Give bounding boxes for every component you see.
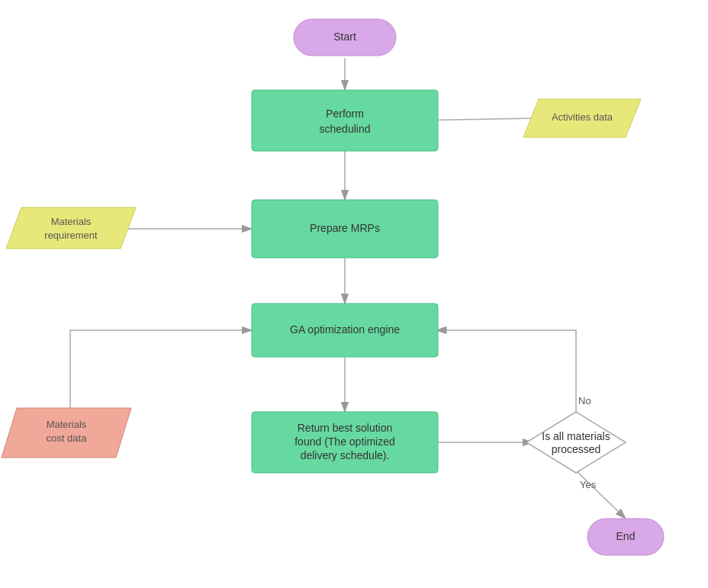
materials-cost-label-line1: Materials — [47, 419, 87, 430]
arrow-no-to-ga — [436, 330, 576, 421]
scheduling-label-line2: schedulind — [320, 123, 371, 135]
return-label-line2: found (The optimized — [294, 435, 395, 448]
arrow-yes-to-end — [576, 471, 626, 519]
diamond-label-line2: processed — [552, 443, 601, 455]
scheduling-node — [252, 90, 438, 151]
yes-label: Yes — [580, 479, 597, 490]
end-label: End — [616, 530, 636, 542]
flowchart-container: Start Perform schedulind Prepare MRPs GA… — [0, 0, 708, 588]
return-label-line1: Return best solution — [298, 422, 393, 434]
arrow-cost-to-ga — [70, 330, 252, 416]
scheduling-label-line1: Perform — [326, 108, 364, 120]
materials-req-node — [6, 207, 136, 249]
materials-req-label-line1: Materials — [51, 216, 92, 227]
materials-req-label-line2: requirement — [44, 230, 98, 241]
return-label-line3: delivery schedule). — [301, 449, 390, 461]
no-label: No — [578, 395, 591, 406]
mrps-label: Prepare MRPs — [310, 222, 380, 234]
diamond-label-line1: Is all materials — [542, 430, 610, 442]
materials-cost-label-line2: cost data — [47, 432, 88, 444]
ga-engine-label: GA optimization engine — [290, 323, 400, 336]
start-label: Start — [333, 31, 356, 43]
activities-data-label: Activities data — [552, 111, 613, 123]
